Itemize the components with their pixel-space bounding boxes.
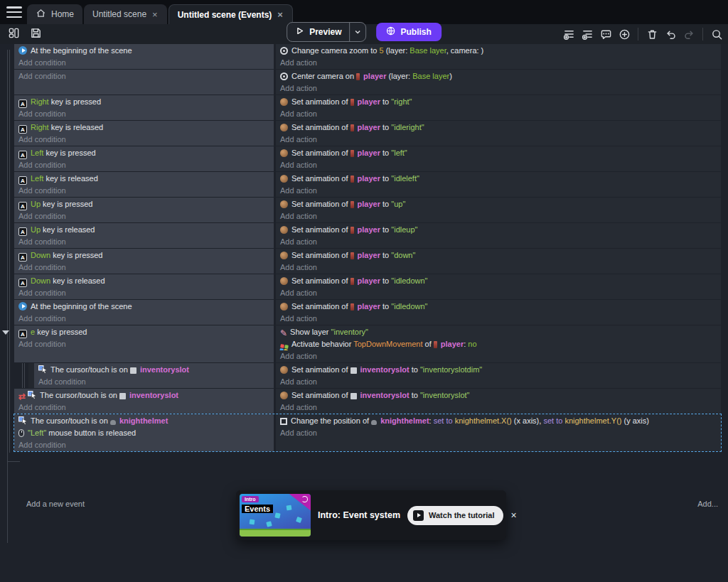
condition-line[interactable]: ADown key is pressed bbox=[14, 249, 274, 262]
action-line[interactable]: Change camera zoom to 5 (layer: Base lay… bbox=[276, 45, 721, 57]
tab-untitled-scene[interactable]: Untitled scene × bbox=[84, 4, 167, 24]
trash-icon[interactable] bbox=[645, 27, 659, 41]
actions-cell[interactable]: Set animation of inventoryslot to "inven… bbox=[276, 389, 721, 414]
add-condition-link[interactable]: Add condition bbox=[14, 134, 274, 146]
add-condition-link[interactable]: Add condition bbox=[14, 402, 274, 414]
condition-line[interactable]: ⇄The cursor/touch is on inventoryslot bbox=[14, 389, 274, 402]
close-tab-icon[interactable]: × bbox=[277, 9, 284, 20]
action-line[interactable]: Set animation of player to "idledown" bbox=[276, 301, 721, 313]
conditions-cell[interactable]: The cursor/touch is on inventoryslotAdd … bbox=[34, 363, 274, 388]
actions-cell[interactable]: Change camera zoom to 5 (layer: Base lay… bbox=[276, 44, 721, 69]
tab-home[interactable]: Home bbox=[27, 4, 82, 24]
condition-line[interactable]: ARight key is released bbox=[14, 122, 274, 134]
preview-dropdown-button[interactable] bbox=[350, 23, 366, 41]
add-event-icon[interactable] bbox=[562, 27, 576, 41]
project-manager-icon[interactable] bbox=[6, 26, 21, 40]
condition-line[interactable]: ARight key is pressed bbox=[14, 96, 274, 108]
action-line[interactable]: Set animation of player to "down" bbox=[276, 249, 721, 262]
add-condition-link[interactable]: Add condition bbox=[14, 313, 274, 325]
actions-cell[interactable]: ✎Show layer "inventory"Activate behavior… bbox=[276, 325, 721, 362]
action-line[interactable]: Set animation of player to "left" bbox=[276, 147, 721, 159]
conditions-cell[interactable]: AUp key is pressedAdd condition bbox=[14, 198, 274, 222]
close-tab-icon[interactable]: × bbox=[151, 9, 159, 20]
add-action-link[interactable]: Add action bbox=[276, 427, 721, 439]
add-action-link[interactable]: Add action bbox=[276, 108, 721, 120]
add-action-link[interactable]: Add action bbox=[276, 350, 721, 362]
add-condition-link[interactable]: Add condition bbox=[14, 439, 274, 451]
conditions-cell[interactable]: ADown key is releasedAdd condition bbox=[14, 274, 274, 299]
save-icon[interactable] bbox=[28, 26, 43, 40]
add-condition-link[interactable]: Add condition bbox=[14, 108, 274, 120]
actions-cell[interactable]: Set animation of player to "idledown"Add… bbox=[276, 274, 721, 299]
tutorial-thumbnail[interactable]: Intro Events bbox=[240, 494, 311, 537]
conditions-cell[interactable]: At the beginning of the sceneAdd conditi… bbox=[14, 300, 274, 325]
condition-line[interactable]: ALeft key is pressed bbox=[14, 147, 274, 159]
add-condition-link[interactable]: Add condition bbox=[34, 376, 274, 388]
add-action-link[interactable]: Add action bbox=[276, 82, 721, 95]
actions-cell[interactable]: Set animation of inventoryslot to "inven… bbox=[276, 363, 721, 388]
conditions-cell[interactable]: ADown key is pressedAdd condition bbox=[14, 249, 274, 274]
add-action-link[interactable]: Add action bbox=[276, 210, 721, 222]
actions-cell[interactable]: Set animation of player to "left"Add act… bbox=[276, 146, 721, 171]
publish-button[interactable]: Publish bbox=[377, 23, 441, 41]
actions-cell[interactable]: Set animation of player to "idleup"Add a… bbox=[276, 223, 721, 248]
add-action-link[interactable]: Add action bbox=[276, 376, 721, 388]
conditions-cell[interactable]: ALeft key is releasedAdd condition bbox=[14, 172, 274, 197]
add-condition-link[interactable]: Add condition bbox=[14, 287, 274, 299]
actions-cell[interactable]: Set animation of player to "up"Add actio… bbox=[276, 198, 721, 222]
action-line[interactable]: Set animation of player to "right" bbox=[276, 96, 721, 108]
condition-line[interactable]: ADown key is released bbox=[14, 275, 274, 287]
add-condition-link[interactable]: Add condition bbox=[14, 57, 274, 69]
add-action-link[interactable]: Add action bbox=[276, 159, 721, 171]
add-action-link[interactable]: Add action bbox=[276, 236, 721, 248]
action-line[interactable]: Set animation of inventoryslot to "inven… bbox=[276, 389, 721, 402]
conditions-cell[interactable]: The cursor/touch is on knighthelmet"Left… bbox=[14, 414, 274, 451]
add-action-link[interactable]: Add action bbox=[276, 134, 721, 146]
conditions-cell[interactable]: Add condition bbox=[14, 70, 274, 95]
add-condition-link[interactable]: Add condition bbox=[14, 70, 274, 82]
conditions-cell[interactable]: ⇄The cursor/touch is on inventoryslotAdd… bbox=[14, 389, 274, 414]
conditions-cell[interactable]: At the beginning of the sceneAdd conditi… bbox=[14, 44, 274, 69]
actions-cell[interactable]: Set animation of player to "idledown"Add… bbox=[276, 300, 721, 325]
add-condition-link[interactable]: Add condition bbox=[14, 262, 274, 274]
actions-cell[interactable]: Center camera on player (layer: Base lay… bbox=[276, 70, 721, 95]
actions-cell[interactable]: Set animation of player to "idleright"Ad… bbox=[276, 121, 721, 146]
choose-event-icon[interactable] bbox=[617, 27, 631, 41]
banner-close-icon[interactable]: × bbox=[511, 510, 517, 521]
actions-cell[interactable]: Set animation of player to "down"Add act… bbox=[276, 249, 721, 274]
add-condition-link[interactable]: Add condition bbox=[14, 185, 274, 197]
action-line[interactable]: Set animation of inventoryslot to "inven… bbox=[276, 364, 721, 376]
add-condition-link[interactable]: Add condition bbox=[14, 236, 274, 248]
tab-untitled-scene-events[interactable]: Untitled scene (Events) × bbox=[168, 4, 293, 24]
condition-line[interactable]: At the beginning of the scene bbox=[14, 301, 274, 313]
condition-line[interactable]: ALeft key is released bbox=[14, 173, 274, 185]
add-action-link[interactable]: Add action bbox=[276, 185, 721, 197]
add-action-link[interactable]: Add action bbox=[276, 57, 721, 69]
add-condition-link[interactable]: Add condition bbox=[14, 338, 274, 350]
conditions-cell[interactable]: ALeft key is pressedAdd condition bbox=[14, 146, 274, 171]
condition-line[interactable]: "Left" mouse button is released bbox=[14, 427, 274, 439]
actions-cell[interactable]: Change the position of knighthelmet: set… bbox=[276, 414, 721, 451]
redo-icon[interactable] bbox=[682, 27, 696, 41]
add-action-link[interactable]: Add action bbox=[276, 402, 721, 414]
collapse-arrow-icon[interactable] bbox=[2, 330, 9, 335]
action-line[interactable]: Change the position of knighthelmet: set… bbox=[276, 415, 721, 427]
search-icon[interactable] bbox=[710, 27, 724, 41]
add-comment-icon[interactable] bbox=[599, 27, 613, 41]
action-line[interactable]: Set animation of player to "idleright" bbox=[276, 122, 721, 134]
watch-tutorial-button[interactable]: Watch the tutorial bbox=[407, 506, 503, 525]
action-line[interactable]: Set animation of player to "up" bbox=[276, 198, 721, 210]
add-condition-link[interactable]: Add condition bbox=[14, 210, 274, 222]
actions-cell[interactable]: Set animation of player to "right"Add ac… bbox=[276, 95, 721, 120]
add-action-link[interactable]: Add action bbox=[276, 313, 721, 325]
action-line[interactable]: Set animation of player to "idleup" bbox=[276, 224, 721, 236]
condition-line[interactable]: Ae key is pressed bbox=[14, 326, 274, 338]
condition-line[interactable]: At the beginning of the scene bbox=[14, 45, 274, 57]
add-action-link[interactable]: Add action bbox=[276, 262, 721, 274]
actions-cell[interactable]: Set animation of player to "idleleft"Add… bbox=[276, 172, 721, 197]
action-line[interactable]: Set animation of player to "idleleft" bbox=[276, 173, 721, 185]
add-condition-link[interactable]: Add condition bbox=[14, 159, 274, 171]
conditions-cell[interactable]: Ae key is pressedAdd condition bbox=[14, 325, 274, 362]
add-action-link[interactable]: Add action bbox=[276, 287, 721, 299]
hamburger-menu-icon[interactable] bbox=[6, 6, 22, 18]
